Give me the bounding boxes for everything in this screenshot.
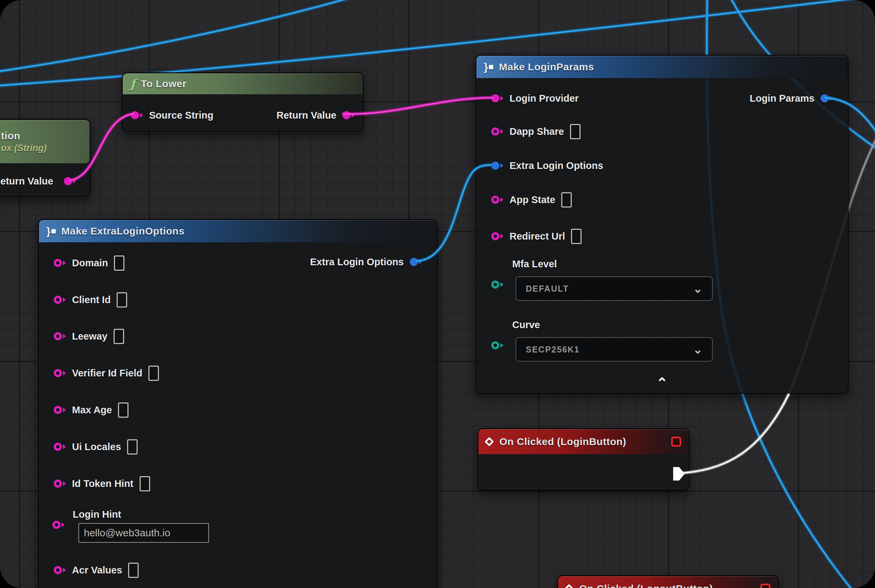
login-hint-input[interactable] (78, 523, 209, 543)
pin-label: Acr Values (72, 565, 122, 576)
pin-row-extra-login-options-in: Extra Login Options (477, 156, 848, 175)
mfa-level-value: DEFAULT (526, 284, 569, 294)
node-title: On Clicked (LogoutButton) (579, 583, 713, 588)
make-struct-icon: } (46, 226, 56, 237)
node-title-fragment: tion (1, 130, 20, 142)
exec-output-pin[interactable] (673, 467, 685, 480)
client-id-input-pin[interactable] (54, 296, 66, 304)
max-age-checkbox[interactable] (118, 402, 128, 418)
node-header[interactable]: ƒ To Lower (123, 74, 363, 94)
leeway-input-pin[interactable] (54, 332, 66, 340)
verifier-id-field-input-pin[interactable] (54, 369, 66, 377)
source-string-input-pin[interactable] (131, 111, 143, 119)
pin-row-return-value-partial: eturn Value (0, 172, 90, 190)
id-token-hint-checkbox[interactable] (140, 476, 150, 491)
verifier-id-field-checkbox[interactable] (149, 366, 159, 381)
pin-row-dapp-share: Dapp Share (477, 122, 848, 141)
leeway-checkbox[interactable] (114, 329, 124, 344)
pin-label: Return Value (277, 110, 337, 121)
login-hint-input-pin[interactable] (53, 521, 65, 529)
dapp-share-checkbox[interactable] (570, 124, 580, 139)
node-on-clicked-login-button[interactable]: On Clicked (LoginButton) (477, 428, 690, 490)
curve-value: SECP256K1 (526, 345, 580, 354)
curve-input-pin[interactable] (491, 341, 504, 350)
pin-row-leeway: Leeway (39, 327, 437, 346)
extra-login-options-output-pin[interactable] (410, 258, 422, 266)
node-on-clicked-logout-button[interactable]: On Clicked (LogoutButton) (557, 575, 779, 588)
login-params-output-pin[interactable] (821, 94, 833, 102)
node-make-login-params[interactable]: } Make LoginParams Login Provider Login … (475, 55, 849, 394)
node-header[interactable]: On Clicked (LogoutButton) (558, 576, 778, 588)
pin-label: App State (510, 194, 555, 206)
client-id-checkbox[interactable] (117, 292, 127, 308)
pin-row-id-token-hint: Id Token Hint (39, 474, 437, 493)
pin-label: Leeway (72, 331, 108, 342)
max-age-input-pin[interactable] (54, 406, 66, 414)
pin-label: Source String (149, 110, 213, 121)
pin-label: Id Token Hint (72, 478, 134, 489)
collapse-node-button[interactable]: ⌃ (477, 376, 848, 390)
node-to-lower[interactable]: ƒ To Lower Source String Return Value (122, 72, 364, 132)
pin-row-source-string: Source String Return Value (123, 106, 363, 125)
pin-label: eturn Value (0, 176, 53, 187)
node-header[interactable]: } Make LoginParams (477, 56, 848, 78)
node-header[interactable]: tion ox (String) (0, 120, 90, 163)
pin-row-acr-values: Acr Values (39, 561, 437, 579)
node-subtitle-fragment: ox (String) (1, 143, 47, 153)
pin-row-redirect-url: Redirect Url (477, 227, 848, 246)
mfa-level-dropdown[interactable]: DEFAULT ⌄ (516, 276, 713, 301)
node-make-extra-login-options[interactable]: } Make ExtraLoginOptions Domain Extra Lo… (38, 219, 438, 588)
event-diamond-icon (564, 584, 574, 588)
event-diamond-icon (484, 437, 494, 446)
pin-label: Extra Login Options (510, 160, 603, 171)
acr-values-checkbox[interactable] (128, 562, 138, 578)
pin-row-verifier-id-field: Verifier Id Field (39, 364, 437, 382)
node-string-function-partial[interactable]: tion ox (String) eturn Value (0, 119, 90, 196)
return-value-output-pin[interactable] (64, 177, 76, 185)
make-struct-icon: } (484, 62, 493, 72)
mfa-level-input-pin[interactable] (491, 280, 504, 289)
pin-label: Client Id (72, 294, 111, 306)
pin-row-client-id: Client Id (39, 290, 437, 309)
app-state-checkbox[interactable] (561, 192, 572, 207)
pin-row-login-params-out: Login Params (477, 89, 848, 108)
return-value-output-pin[interactable] (343, 111, 355, 119)
login-hint-label: Login Hint (73, 509, 121, 520)
dapp-share-input-pin[interactable] (491, 128, 504, 135)
chevron-down-icon: ⌄ (693, 285, 703, 292)
pin-label: Max Age (72, 405, 112, 416)
id-token-hint-input-pin[interactable] (54, 480, 66, 488)
pin-label: Verifier Id Field (72, 368, 142, 379)
delegate-badge-icon (761, 584, 771, 588)
pin-label: Ui Locales (72, 441, 121, 453)
delegate-badge-icon (671, 436, 681, 447)
pin-label: Login Params (750, 93, 815, 104)
pure-function-icon: ƒ (130, 78, 135, 90)
curve-label: Curve (512, 320, 540, 330)
pin-row-extra-login-options-out: Extra Login Options (39, 252, 437, 272)
pin-label: Extra Login Options (310, 256, 404, 268)
extra-login-options-input-pin[interactable] (491, 162, 504, 170)
pin-label: Redirect Url (510, 231, 565, 242)
redirect-url-checkbox[interactable] (571, 229, 582, 244)
redirect-url-input-pin[interactable] (491, 232, 504, 240)
node-header[interactable]: } Make ExtraLoginOptions (39, 220, 437, 242)
pin-row-max-age: Max Age (39, 400, 437, 419)
node-title: Make ExtraLoginOptions (61, 225, 184, 237)
ui-locales-input-pin[interactable] (54, 443, 66, 451)
node-title: To Lower (141, 78, 186, 90)
blueprint-canvas[interactable]: tion ox (String) eturn Value ƒ To Lower … (0, 0, 875, 588)
chevron-down-icon: ⌄ (693, 346, 703, 353)
acr-values-input-pin[interactable] (54, 566, 66, 574)
app-state-input-pin[interactable] (491, 196, 504, 204)
node-header[interactable]: On Clicked (LoginButton) (478, 429, 689, 454)
node-title: On Clicked (LoginButton) (499, 436, 626, 447)
pin-row-ui-locales: Ui Locales (39, 437, 437, 456)
ui-locales-checkbox[interactable] (127, 439, 138, 454)
wire-ambient-blue-1[interactable] (0, 0, 372, 73)
curve-dropdown[interactable]: SECP256K1 ⌄ (516, 337, 713, 362)
pin-row-app-state: App State (477, 190, 848, 209)
node-title: Make LoginParams (499, 61, 594, 73)
mfa-level-label: Mfa Level (512, 258, 557, 270)
pin-label: Dapp Share (510, 126, 564, 137)
